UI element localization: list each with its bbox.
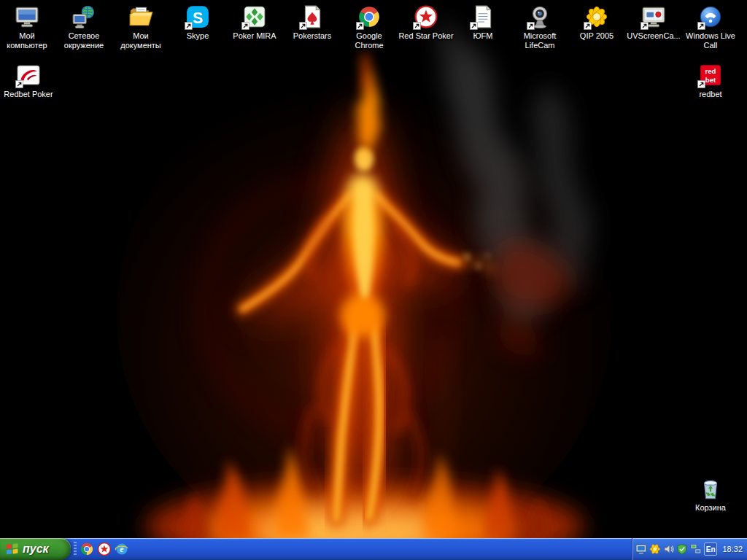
quick-launch-grip[interactable] xyxy=(74,542,77,556)
desktop-icon-redbet-poker[interactable]: Redbet Poker xyxy=(1,63,56,99)
desktop: Мой компьютер Сетевое окружение xyxy=(0,0,747,560)
quick-launch-red-star-poker-icon[interactable] xyxy=(97,542,112,556)
start-button[interactable]: пуск xyxy=(0,538,71,560)
shortcut-arrow-icon xyxy=(356,22,364,30)
shortcut-arrow-icon xyxy=(527,22,535,30)
quick-launch-internet-explorer-icon[interactable]: e xyxy=(115,542,129,556)
start-button-label: пуск xyxy=(23,542,56,556)
desktop-icon-label: Pokerstars xyxy=(285,31,340,41)
shortcut-arrow-icon xyxy=(241,22,249,30)
chrome-icon xyxy=(357,4,382,29)
desktop-icon-yufm[interactable]: ЮFM xyxy=(455,4,511,41)
recycle-bin-icon xyxy=(698,476,723,501)
desktop-icon-label: Корзина xyxy=(683,503,738,513)
desktop-icon-pokerstars[interactable]: Pokerstars xyxy=(285,4,340,41)
desktop-icon-wl-call[interactable]: Windows Live Call xyxy=(683,4,738,50)
pokerstars-icon xyxy=(300,4,325,29)
desktop-icon-uvscreencam[interactable]: UVScreenCa... xyxy=(626,4,681,41)
shortcut-arrow-icon xyxy=(640,22,649,30)
desktop-icon-network-places[interactable]: Сетевое окружение xyxy=(56,4,112,50)
desktop-icon-label: Skype xyxy=(170,31,225,41)
desktop-icon-label: QIP 2005 xyxy=(569,31,624,41)
shortcut-arrow-icon xyxy=(299,22,307,30)
desktop-icon-label: Google Chrome xyxy=(341,31,397,50)
desktop-icon-my-computer[interactable]: Мой компьютер xyxy=(0,4,55,50)
tray-volume-icon[interactable] xyxy=(663,543,675,555)
uvscreencam-icon xyxy=(641,4,666,29)
desktop-icon-my-documents[interactable]: Мои документы xyxy=(113,4,169,50)
qip-flower-icon xyxy=(584,4,609,29)
shortcut-arrow-icon xyxy=(584,22,592,30)
language-indicator[interactable]: En xyxy=(704,542,718,556)
desktop-icon-poker-mira[interactable]: Poker MIRA xyxy=(227,4,282,41)
desktop-icon-lifecam[interactable]: Microsoft LifeCam xyxy=(512,4,568,50)
svg-text:red: red xyxy=(705,67,716,75)
desktop-icon-label: Red Star Poker xyxy=(398,31,454,41)
my-documents-icon xyxy=(128,4,153,29)
red-star-poker-icon xyxy=(414,4,438,29)
desktop-icon-label: Сетевое окружение xyxy=(56,31,112,50)
shortcut-arrow-icon xyxy=(697,22,705,30)
wallpaper-fire-woman xyxy=(0,0,747,538)
shortcut-arrow-icon xyxy=(470,22,478,30)
skype-icon: S xyxy=(185,4,210,29)
desktop-icon-label: Redbet Poker xyxy=(1,90,56,99)
tray-shield-icon[interactable] xyxy=(676,543,688,555)
desktop-icon-skype[interactable]: S Skype xyxy=(170,4,225,41)
desktop-icon-label: Windows Live Call xyxy=(683,31,738,50)
quick-launch-chrome-icon[interactable] xyxy=(80,542,94,556)
desktop-icon-red-star-poker[interactable]: Red Star Poker xyxy=(398,4,454,41)
yufm-document-icon xyxy=(471,4,495,29)
desktop-icon-label: Мой компьютер xyxy=(0,31,55,50)
taskbar-clock[interactable]: 18:32 xyxy=(719,545,743,553)
windows-live-call-icon xyxy=(698,4,723,29)
shortcut-arrow-icon xyxy=(185,22,193,30)
desktop-icon-label: Microsoft LifeCam xyxy=(512,31,568,50)
desktop-icon-google-chrome[interactable]: Google Chrome xyxy=(341,4,397,50)
redbet-poker-icon xyxy=(16,63,41,88)
desktop-icon-label: Poker MIRA xyxy=(227,31,282,41)
redbet-icon: red bet xyxy=(698,63,723,88)
windows-flag-icon xyxy=(6,543,19,555)
tray-network-icon[interactable] xyxy=(690,543,702,555)
desktop-icon-label: ЮFM xyxy=(455,31,511,41)
desktop-icon-label: redbet xyxy=(683,90,738,99)
shortcut-arrow-icon xyxy=(413,22,421,30)
shortcut-arrow-icon xyxy=(697,80,705,88)
network-places-icon xyxy=(71,4,96,29)
desktop-icon-label: UVScreenCa... xyxy=(626,31,681,41)
taskbar: пуск e xyxy=(0,538,747,560)
shortcut-arrow-icon xyxy=(15,80,23,88)
desktop-icon-redbet[interactable]: red bet redbet xyxy=(683,63,738,99)
desktop-icon-recycle-bin[interactable]: Корзина xyxy=(683,476,738,513)
wallpaper-art xyxy=(0,0,747,538)
poker-mira-icon xyxy=(242,4,267,29)
svg-text:bet: bet xyxy=(705,76,716,84)
desktop-icon-qip-2005[interactable]: QIP 2005 xyxy=(569,4,624,41)
my-computer-icon xyxy=(15,4,39,29)
desktop-icon-label: Мои документы xyxy=(113,31,169,50)
system-tray: En 18:32 xyxy=(632,538,747,560)
svg-text:S: S xyxy=(193,9,203,27)
tray-display-icon[interactable] xyxy=(635,543,647,555)
lifecam-webcam-icon xyxy=(527,4,552,29)
tray-qip-flower-icon[interactable] xyxy=(649,543,661,555)
